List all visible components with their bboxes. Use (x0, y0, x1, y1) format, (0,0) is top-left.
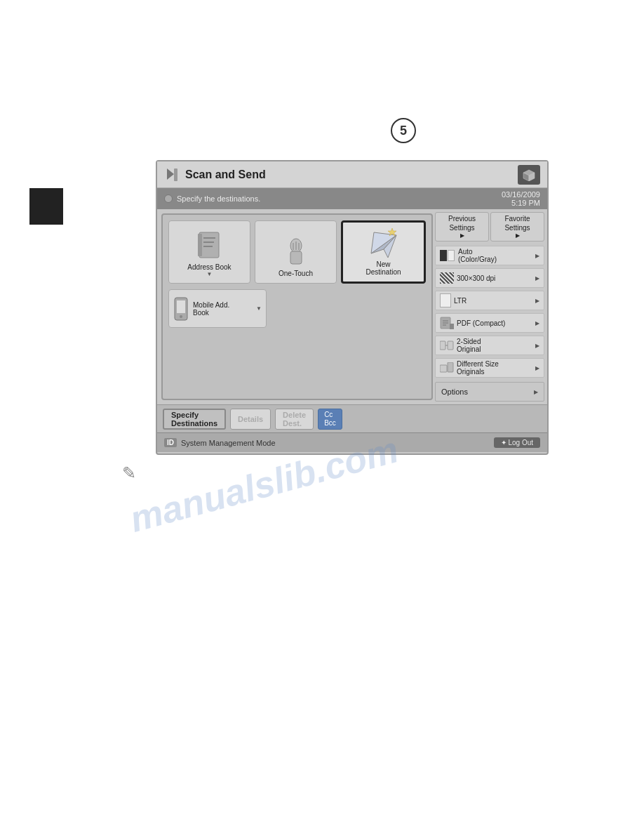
datetime-display: 03/16/2009 5:19 PM (502, 190, 540, 207)
pdf-icon (440, 317, 454, 329)
previous-settings-arrow: ▶ (460, 232, 464, 239)
system-mode-label: System Management Mode (181, 439, 276, 447)
dpi-setting-left: 300×300 dpi (440, 272, 495, 284)
paper-size-arrow: ▶ (535, 298, 539, 304)
one-touch-icon (283, 237, 309, 267)
pdf-setting-left: PDF (Compact) (440, 317, 505, 329)
dpi-setting-arrow: ▶ (535, 275, 539, 282)
bottom-action-bar: SpecifyDestinations Details DeleteDest. … (157, 404, 547, 432)
svg-marker-0 (167, 168, 174, 180)
delete-dest-button[interactable]: DeleteDest. (275, 409, 314, 430)
cc-bcc-label: CcBcc (324, 411, 336, 428)
date-display: 03/16/2009 (502, 190, 540, 199)
color-white-half (448, 250, 455, 261)
svg-rect-27 (440, 341, 445, 350)
one-touch-label: One-Touch (279, 270, 313, 277)
logout-button[interactable]: ✦ Log Out (494, 437, 540, 448)
pdf-setting-label: PDF (Compact) (457, 319, 505, 327)
cube-button[interactable] (518, 165, 540, 185)
paper-size-setting-item[interactable]: LTR ▶ (435, 291, 544, 310)
cc-bcc-button[interactable]: CcBcc (318, 409, 342, 430)
twosided-setting-left: 2-SidedOriginal (440, 338, 481, 353)
details-label: Details (238, 415, 263, 423)
diffsize-setting-item[interactable]: Different SizeOriginals ▶ (435, 358, 544, 378)
address-book-icon (196, 231, 224, 260)
svg-rect-30 (448, 362, 453, 372)
previous-settings-button[interactable]: PreviousSettings ▶ (435, 212, 489, 241)
options-arrow: ▶ (534, 389, 538, 395)
new-destination-button[interactable]: NewDestination (341, 220, 426, 284)
color-setting-arrow: ▶ (535, 253, 539, 259)
paper-size-label: LTR (454, 297, 467, 305)
svg-rect-5 (199, 232, 219, 258)
svg-rect-20 (177, 300, 185, 313)
color-black-half (440, 250, 447, 261)
pdf-setting-item[interactable]: PDF (Compact) ▶ (435, 313, 544, 333)
color-setting-item[interactable]: Auto(Color/Gray) ▶ (435, 246, 544, 265)
specify-destinations-button[interactable]: SpecifyDestinations (163, 409, 226, 430)
status-message: Specify the destinations. (177, 194, 260, 203)
title-bar: Scan and Send (157, 161, 547, 188)
specify-destinations-label: SpecifyDestinations (171, 411, 217, 428)
previous-settings-label: PreviousSettings (448, 214, 476, 232)
color-icon (440, 250, 455, 261)
svg-point-21 (180, 315, 182, 318)
destination-panel: Address Book ▼ One-Touch (161, 213, 433, 400)
pencil-icon: ✎ (122, 463, 136, 483)
scan-icon (164, 167, 180, 183)
options-button[interactable]: Options ▶ (435, 382, 544, 402)
address-book-label: Address Book (187, 263, 231, 271)
mobile-add-book-button[interactable]: Mobile Add.Book ▼ (168, 289, 267, 328)
status-bar: Specify the destinations. 03/16/2009 5:1… (157, 188, 547, 209)
paper-icon (440, 293, 451, 307)
favorite-settings-label: FavoriteSettings (504, 214, 530, 232)
address-book-arrow: ▼ (207, 271, 213, 277)
dpi-icon (440, 272, 454, 284)
paper-size-setting-left: LTR (440, 293, 467, 307)
pdf-setting-arrow: ▶ (535, 320, 539, 326)
mobile-row: Mobile Add.Book ▼ (168, 289, 426, 328)
one-touch-button[interactable]: One-Touch (255, 220, 337, 284)
mobile-add-icon (173, 297, 189, 321)
cube-icon (522, 168, 536, 181)
pencil-symbol: ✎ (122, 463, 136, 482)
diffsize-setting-arrow: ▶ (535, 365, 539, 371)
svg-rect-6 (198, 234, 202, 256)
step-number: 5 (391, 118, 416, 143)
dpi-setting-item[interactable]: 300×300 dpi ▶ (435, 268, 544, 288)
ui-panel: Scan and Send Specify the destinations. … (156, 160, 549, 455)
dest-buttons-row: Address Book ▼ One-Touch (168, 220, 426, 284)
twosided-setting-item[interactable]: 2-SidedOriginal ▶ (435, 336, 544, 355)
delete-dest-label: DeleteDest. (283, 411, 306, 428)
svg-rect-28 (448, 341, 453, 350)
twosided-icon (440, 340, 454, 351)
dpi-setting-label: 300×300 dpi (457, 274, 495, 282)
new-destination-icon (368, 227, 399, 258)
favorite-settings-button[interactable]: FavoriteSettings ▶ (490, 212, 544, 241)
options-label: Options (441, 388, 468, 396)
twosided-setting-arrow: ▶ (535, 343, 539, 349)
diffsize-setting-label: Different SizeOriginals (457, 360, 499, 376)
step-number-text: 5 (400, 124, 407, 138)
system-left: ID System Management Mode (164, 438, 276, 447)
status-indicator (164, 194, 173, 203)
svg-rect-1 (174, 168, 177, 181)
details-button[interactable]: Details (230, 409, 271, 430)
status-left: Specify the destinations. (164, 194, 260, 203)
right-panel: PreviousSettings ▶ FavoriteSettings ▶ Au… (435, 209, 547, 404)
diffsize-setting-left: Different SizeOriginals (440, 360, 499, 376)
address-book-button[interactable]: Address Book ▼ (168, 220, 250, 284)
color-setting-label: Auto(Color/Gray) (458, 248, 497, 263)
black-rect (29, 188, 63, 225)
id-badge: ID (164, 438, 177, 447)
main-content: Address Book ▼ One-Touch (157, 209, 547, 404)
system-bar: ID System Management Mode ✦ Log Out (157, 432, 547, 452)
svg-rect-29 (440, 365, 447, 372)
logout-label: ✦ Log Out (501, 439, 533, 446)
diffsize-icon (440, 362, 454, 373)
mobile-add-book-label: Mobile Add.Book (193, 301, 229, 317)
panel-title: Scan and Send (185, 168, 518, 181)
color-setting-left: Auto(Color/Gray) (440, 248, 497, 263)
mobile-add-arrow: ▼ (256, 305, 262, 312)
time-display: 5:19 PM (511, 199, 540, 207)
